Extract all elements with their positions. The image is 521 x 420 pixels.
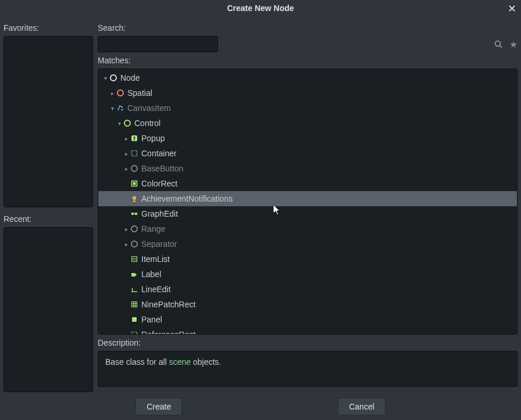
tree-item-label: ItemList bbox=[141, 254, 170, 264]
tree-item-label: Node bbox=[120, 73, 140, 82]
tree-item-range[interactable]: ▸Range bbox=[98, 221, 517, 236]
graphedit-icon bbox=[130, 209, 139, 218]
search-row: ★ bbox=[98, 36, 518, 52]
description-text-kw: scene bbox=[169, 357, 191, 367]
svg-point-18 bbox=[131, 226, 137, 232]
tree-item-canvasitem[interactable]: ▾CanvasItem bbox=[98, 100, 517, 116]
spatial-icon bbox=[116, 88, 125, 98]
favorites-list[interactable] bbox=[3, 36, 93, 207]
left-column: Favorites: Recent: bbox=[3, 20, 93, 392]
tree-item-label: AchievementNotifications bbox=[141, 194, 233, 203]
svg-rect-31 bbox=[132, 332, 137, 335]
tree-item-label: Separator bbox=[141, 239, 177, 249]
tree-item-control[interactable]: ▾Control bbox=[98, 116, 517, 131]
tree-item-label: Range bbox=[141, 224, 165, 234]
expand-arrow[interactable]: ▾ bbox=[102, 75, 109, 81]
description-label: Description: bbox=[98, 335, 518, 351]
colorrect-icon bbox=[130, 179, 139, 188]
tree-item-label[interactable]: Label bbox=[98, 267, 517, 282]
tree-item-popup[interactable]: ▸Popup bbox=[98, 131, 517, 146]
expand-arrow[interactable]: ▾ bbox=[109, 105, 116, 112]
itemlist-icon bbox=[130, 254, 139, 264]
tree-item-graphedit[interactable]: GraphEdit bbox=[98, 206, 517, 221]
tree-item-label: LineEdit bbox=[141, 285, 171, 294]
button-row: Create Cancel bbox=[0, 392, 521, 420]
svg-rect-25 bbox=[132, 302, 137, 307]
separator-icon bbox=[130, 239, 139, 249]
control-icon bbox=[123, 119, 132, 128]
expand-arrow[interactable]: ▸ bbox=[123, 226, 130, 232]
expand-arrow[interactable]: ▸ bbox=[123, 135, 130, 142]
svg-point-3 bbox=[117, 90, 123, 96]
expand-arrow[interactable]: ▾ bbox=[116, 120, 123, 127]
tree-item-label: BaseButton bbox=[141, 164, 183, 173]
svg-rect-9 bbox=[132, 151, 137, 156]
svg-point-10 bbox=[131, 166, 137, 171]
tree-item-ninepatchrect[interactable]: NinePatchRect bbox=[98, 297, 517, 312]
description-panel: Base class for all scene objects. bbox=[98, 351, 518, 387]
close-icon: ✕ bbox=[508, 3, 516, 15]
recent-list[interactable] bbox=[3, 227, 93, 392]
expand-arrow[interactable]: ▸ bbox=[123, 150, 130, 157]
node-icon bbox=[109, 73, 118, 82]
svg-point-0 bbox=[495, 41, 501, 46]
close-button[interactable]: ✕ bbox=[508, 2, 516, 15]
tree-item-label: ColorRect bbox=[141, 179, 177, 188]
svg-rect-8 bbox=[134, 139, 135, 141]
create-node-dialog: Create New Node ✕ Favorites: Recent: Sea… bbox=[0, 0, 521, 420]
expand-arrow[interactable]: ▸ bbox=[109, 90, 116, 96]
favorite-toggle-button[interactable]: ★ bbox=[509, 39, 518, 50]
favorites-label: Favorites: bbox=[3, 20, 93, 36]
tree-item-label: ReferenceRect bbox=[141, 330, 195, 335]
tree-item-label: NinePatchRect bbox=[141, 300, 195, 309]
search-label: Search: bbox=[98, 20, 518, 36]
tree-item-node[interactable]: ▾Node bbox=[98, 70, 517, 85]
svg-rect-15 bbox=[131, 213, 134, 215]
tree-item-label: Panel bbox=[141, 315, 162, 324]
tree-item-label: Control bbox=[134, 119, 160, 128]
titlebar: Create New Node ✕ bbox=[0, 0, 521, 16]
description-text-post: objects. bbox=[191, 357, 221, 367]
recent-label: Recent: bbox=[3, 211, 93, 227]
expand-arrow[interactable]: ▸ bbox=[123, 241, 130, 247]
basebutton-icon bbox=[130, 164, 139, 173]
range-icon bbox=[130, 224, 139, 234]
search-input[interactable] bbox=[98, 36, 218, 52]
tree-item-label: Container bbox=[141, 149, 177, 158]
tree-item-label: GraphEdit bbox=[141, 209, 178, 218]
tree-item-label: Spatial bbox=[127, 88, 152, 98]
tree-item-container[interactable]: ▸Container bbox=[98, 146, 517, 161]
tree-item-spatial[interactable]: ▸Spatial bbox=[98, 85, 517, 100]
svg-rect-14 bbox=[133, 201, 136, 202]
popup-icon bbox=[130, 134, 139, 143]
matches-label: Matches: bbox=[98, 52, 518, 69]
tree-item-lineedit[interactable]: LineEdit bbox=[98, 282, 517, 297]
label-icon bbox=[130, 270, 139, 279]
svg-rect-20 bbox=[132, 257, 137, 262]
search-icon bbox=[494, 40, 502, 48]
search-wrap bbox=[98, 36, 506, 52]
create-button[interactable]: Create bbox=[135, 398, 182, 415]
matches-tree[interactable]: ▾Node▸Spatial▾CanvasItem▾Control▸Popup▸C… bbox=[98, 69, 518, 335]
tree-item-referencerect[interactable]: ReferenceRect bbox=[98, 327, 517, 335]
tree-item-achievementnotifications[interactable]: AchievementNotifications bbox=[98, 191, 517, 206]
description-text-pre: Base class for all bbox=[105, 357, 169, 367]
ninepatch-icon bbox=[130, 300, 139, 309]
tree-item-separator[interactable]: ▸Separator bbox=[98, 236, 517, 252]
svg-point-2 bbox=[110, 75, 116, 81]
svg-rect-12 bbox=[133, 182, 136, 185]
container-icon bbox=[130, 149, 139, 158]
svg-rect-16 bbox=[135, 213, 137, 215]
tree-item-label: CanvasItem bbox=[127, 103, 171, 113]
tree-item-itemlist[interactable]: ItemList bbox=[98, 252, 517, 267]
tree-item-colorrect[interactable]: ColorRect bbox=[98, 176, 517, 191]
expand-arrow[interactable]: ▸ bbox=[123, 166, 130, 172]
svg-line-1 bbox=[500, 46, 502, 48]
canvas-icon bbox=[116, 103, 125, 113]
tree-item-label: Label bbox=[141, 270, 161, 279]
tree-item-label: Popup bbox=[141, 134, 165, 143]
svg-point-5 bbox=[124, 120, 130, 126]
tree-item-panel[interactable]: Panel bbox=[98, 312, 517, 327]
cancel-button[interactable]: Cancel bbox=[338, 398, 386, 415]
tree-item-basebutton[interactable]: ▸BaseButton bbox=[98, 161, 517, 176]
